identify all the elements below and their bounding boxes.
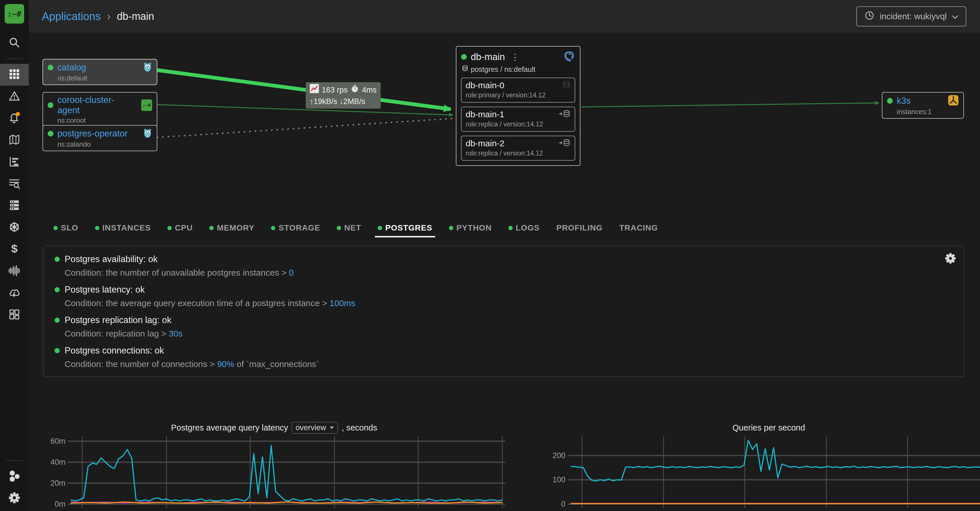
tab-status-dot xyxy=(53,226,58,230)
tab-net[interactable]: NET xyxy=(337,219,361,237)
tab-memory[interactable]: MEMORY xyxy=(209,219,255,237)
terminal-icon: :~# xyxy=(141,99,152,111)
threshold-link[interactable]: 0 xyxy=(289,268,294,277)
tab-python[interactable]: PYTHON xyxy=(449,219,492,237)
instance-db-main-0[interactable]: db-main-0 role:primary / version:14.12 xyxy=(461,78,575,102)
sidebar-item-tracing[interactable] xyxy=(0,260,29,282)
svg-text:08:00: 08:00 xyxy=(157,510,176,511)
map-node-db-main[interactable]: db-main ⋮ postgres / ns:default db-main-… xyxy=(456,46,581,166)
tab-status-dot xyxy=(378,226,382,230)
svg-text:Feb 19: Feb 19 xyxy=(581,510,605,511)
kebab-menu-icon[interactable]: ⋮ xyxy=(509,52,521,62)
chart-mini-icon xyxy=(310,84,319,96)
charts-row: Postgres average query latency overview … xyxy=(43,420,964,511)
edge-throughput: ↑19kB/s ↓2MB/s xyxy=(310,96,366,107)
sidebar-item-cloud[interactable] xyxy=(0,282,29,304)
tab-logs[interactable]: LOGS xyxy=(508,219,540,237)
apps-grid-icon xyxy=(9,69,20,81)
tab-profiling[interactable]: PROFILING xyxy=(556,219,603,237)
chevron-down-icon xyxy=(952,11,958,21)
map-node-postgres-operator[interactable]: postgres-operator ns:zalando xyxy=(43,125,157,151)
sidebar-item-kubernetes[interactable] xyxy=(0,217,29,238)
tab-storage[interactable]: STORAGE xyxy=(271,219,320,237)
sidebar-divider-bottom xyxy=(6,460,22,461)
instance-name: db-main-0 xyxy=(466,80,562,90)
sidebar-item-integrations[interactable] xyxy=(0,466,29,487)
tab-tracing[interactable]: TRACING xyxy=(619,219,658,237)
map-node-catalog[interactable]: catalog ns:default xyxy=(43,59,157,85)
tab-postgres[interactable]: POSTGRES xyxy=(378,219,432,237)
node-k3s-link[interactable]: k3s xyxy=(897,96,910,106)
svg-text:$: $ xyxy=(11,243,18,255)
svg-text:60m: 60m xyxy=(50,437,65,446)
log-search-icon xyxy=(8,177,21,190)
node-namespace: ns:zalando xyxy=(57,140,152,148)
ok-dot xyxy=(54,318,60,323)
ok-dot xyxy=(54,287,60,292)
instance-db-main-1[interactable]: db-main-1 role:replica / version:14.12 xyxy=(461,107,575,132)
ok-dot xyxy=(54,348,60,353)
map-node-k3s[interactable]: k3s instances:1 xyxy=(882,92,964,119)
status-availability: Postgres availability: ok Condition: the… xyxy=(54,254,953,278)
instance-name: db-main-1 xyxy=(466,110,558,119)
sidebar-item-settings[interactable] xyxy=(0,487,29,509)
sidebar-item-dashboards[interactable] xyxy=(0,304,29,326)
helm-wheel-icon xyxy=(8,221,21,235)
sidebar-item-costs[interactable]: $ xyxy=(0,238,29,260)
report-chart-icon xyxy=(9,156,20,168)
edge-rps: 163 rps xyxy=(322,85,348,96)
coroot-logo[interactable]: :~# xyxy=(5,4,24,24)
threshold-link[interactable]: 100ms xyxy=(329,298,355,308)
sidebar: :~# $ xyxy=(0,0,29,511)
tab-status-dot xyxy=(337,226,341,230)
sidebar-item-nodes[interactable] xyxy=(0,195,29,217)
db-main-subtitle: postgres / ns:default xyxy=(471,65,535,73)
map-node-coroot-cluster-agent[interactable]: coroot-cluster-agent :~# ns:coroot xyxy=(43,92,157,127)
qps-chart-plot: 0100200Feb 1908:0008:3009:0009:3010:00 xyxy=(546,435,980,511)
node-catalog-link[interactable]: catalog xyxy=(57,62,86,73)
breadcrumb-applications-link[interactable]: Applications xyxy=(42,10,101,23)
latency-chart-title: Postgres average query latency overview … xyxy=(43,420,505,435)
service-map: catalog ns:default coroot-cluster-agent … xyxy=(29,33,980,217)
status-dot xyxy=(887,98,893,104)
node-operator-link[interactable]: postgres-operator xyxy=(57,128,128,139)
status-dot xyxy=(48,65,53,70)
tab-cpu[interactable]: CPU xyxy=(167,219,192,237)
tab-slo[interactable]: SLO xyxy=(53,219,78,237)
sidebar-divider xyxy=(6,59,22,59)
edge-stats-label: 163 rps 4ms ↑19kB/s ↓2MB/s xyxy=(306,82,381,109)
threshold-link[interactable]: 90% xyxy=(217,359,234,369)
status-dot xyxy=(461,54,467,60)
go-gopher-icon xyxy=(143,62,152,73)
svg-text:09:30: 09:30 xyxy=(898,510,918,511)
sidebar-item-reports[interactable] xyxy=(0,151,29,173)
edge-latency: 4ms xyxy=(362,85,377,96)
sidebar-item-applications[interactable] xyxy=(0,64,29,86)
clock-icon xyxy=(864,10,875,23)
qps-chart-block: Queries per second 0100200Feb 1908:0008:… xyxy=(546,420,980,511)
svg-text:09:00: 09:00 xyxy=(817,510,836,511)
waveform-icon xyxy=(8,265,21,278)
svg-text:09:30: 09:30 xyxy=(409,510,428,511)
node-agent-link[interactable]: coroot-cluster-agent xyxy=(57,95,133,115)
svg-text:0m: 0m xyxy=(54,500,65,508)
sidebar-item-search[interactable] xyxy=(0,32,29,54)
panel-settings-button[interactable] xyxy=(944,252,956,265)
sidebar-item-logs[interactable] xyxy=(0,173,29,195)
svg-text:08:00: 08:00 xyxy=(654,510,673,511)
replica-database-icon xyxy=(558,139,571,148)
incident-select[interactable]: incident: wukiyvql xyxy=(856,6,966,26)
svg-text:10:00: 10:00 xyxy=(493,510,512,511)
latency-view-select[interactable]: overview xyxy=(292,422,339,434)
sidebar-item-incidents[interactable] xyxy=(0,86,29,107)
sidebar-item-notifications[interactable] xyxy=(0,107,29,129)
dollar-icon: $ xyxy=(9,243,20,256)
sidebar-item-service-map[interactable] xyxy=(0,129,29,151)
tab-instances[interactable]: INSTANCES xyxy=(95,219,151,237)
postgres-status-panel: Postgres availability: ok Condition: the… xyxy=(43,246,964,377)
bell-icon xyxy=(8,112,21,125)
threshold-link[interactable]: 30s xyxy=(169,329,183,338)
tab-status-dot xyxy=(95,226,99,230)
latency-chart-plot: 0m20m40m60mFeb 1908:0008:3009:0009:3010:… xyxy=(43,435,505,511)
instance-db-main-2[interactable]: db-main-2 role:replica / version:14.12 xyxy=(461,136,575,161)
